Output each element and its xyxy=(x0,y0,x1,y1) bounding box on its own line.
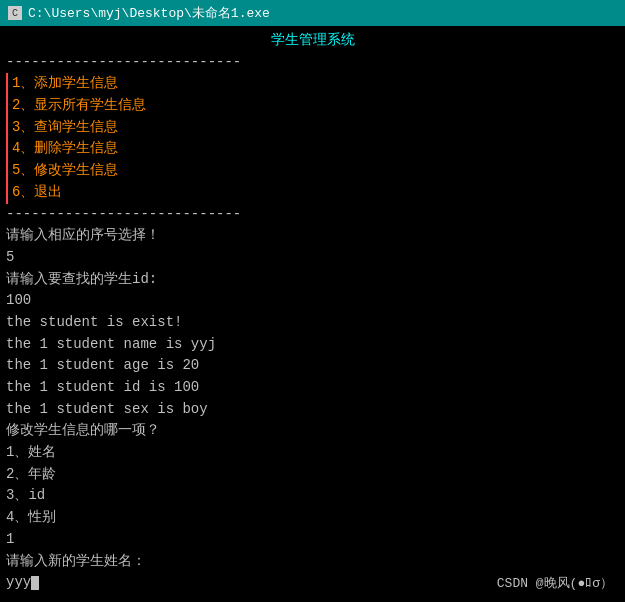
result-name: the 1 student name is yyj xyxy=(6,334,619,356)
menu-box: 1、添加学生信息 2、显示所有学生信息 3、查询学生信息 4、删除学生信息 5、… xyxy=(6,73,619,203)
modify-option-4: 4、性别 xyxy=(6,507,619,529)
modify-option-2: 2、年龄 xyxy=(6,464,619,486)
input-5: 5 xyxy=(6,247,619,269)
window-icon: C xyxy=(8,6,22,20)
prompt-choose: 请输入相应的序号选择！ xyxy=(6,225,619,247)
result-exist: the student is exist! xyxy=(6,312,619,334)
window: C C:\Users\myj\Desktop\未命名1.exe 学生管理系统 -… xyxy=(0,0,625,602)
watermark: CSDN @晚风(●ﾛσ） xyxy=(497,574,613,594)
menu-item-3: 3、查询学生信息 xyxy=(12,117,619,139)
cursor-blink xyxy=(31,576,39,590)
prompt-new-name: 请输入新的学生姓名： xyxy=(6,551,619,573)
result-id: the 1 student id is 100 xyxy=(6,377,619,399)
input-1: 1 xyxy=(6,529,619,551)
input-100: 100 xyxy=(6,290,619,312)
result-sex: the 1 student sex is boy xyxy=(6,399,619,421)
prompt-id: 请输入要查找的学生id: xyxy=(6,269,619,291)
title-bar: C C:\Users\myj\Desktop\未命名1.exe xyxy=(0,0,625,26)
menu-item-1: 1、添加学生信息 xyxy=(12,73,619,95)
prompt-modify: 修改学生信息的哪一项？ xyxy=(6,420,619,442)
title-bar-label: C:\Users\myj\Desktop\未命名1.exe xyxy=(28,4,270,22)
menu-item-4: 4、删除学生信息 xyxy=(12,138,619,160)
menu-bottom-divider: ---------------------------- xyxy=(6,204,619,226)
menu-item-6: 6、退出 xyxy=(12,182,619,204)
menu-item-2: 2、显示所有学生信息 xyxy=(12,95,619,117)
result-age: the 1 student age is 20 xyxy=(6,355,619,377)
menu-title: 学生管理系统 xyxy=(6,30,619,52)
menu-top-divider: ---------------------------- xyxy=(6,52,619,74)
modify-option-3: 3、id xyxy=(6,485,619,507)
console-body[interactable]: 学生管理系统 ---------------------------- 1、添加… xyxy=(0,26,625,602)
menu-item-5: 5、修改学生信息 xyxy=(12,160,619,182)
modify-option-1: 1、姓名 xyxy=(6,442,619,464)
